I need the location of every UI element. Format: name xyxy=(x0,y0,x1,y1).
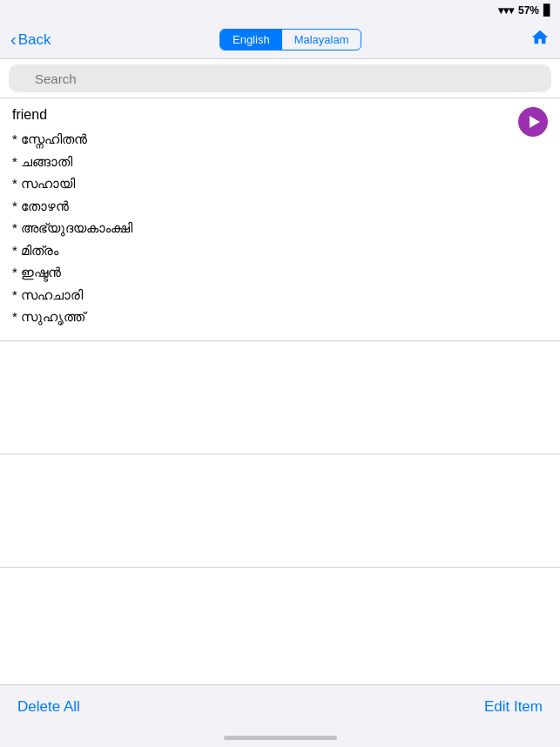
search-bar-container: 🔍 xyxy=(0,59,560,98)
entry-section: friend * സ്നേഹിതൻ* ചങ്ങാതി* സഹായി* തോഴൻ*… xyxy=(0,98,560,341)
home-indicator-bar xyxy=(224,736,337,740)
nav-bar: ‹ Back English Malayalam xyxy=(0,21,560,59)
language-segment-control: English Malayalam xyxy=(219,29,362,50)
empty-section-2 xyxy=(0,454,560,568)
list-item: * അഭ്യുദയകാംക്ഷി xyxy=(12,217,548,239)
status-bar: ▾▾▾ 57% ▊ xyxy=(0,0,560,21)
list-item: * ചങ്ങാതി xyxy=(12,151,548,173)
delete-all-button[interactable]: Delete All xyxy=(17,698,80,716)
search-wrapper: 🔍 xyxy=(9,64,551,92)
english-segment-button[interactable]: English xyxy=(220,30,282,50)
list-item: * തോഴൻ xyxy=(12,195,548,218)
search-input[interactable] xyxy=(9,64,551,92)
chevron-left-icon: ‹ xyxy=(10,30,17,50)
bottom-toolbar: Delete All Edit Item xyxy=(0,684,560,728)
back-button[interactable]: ‹ Back xyxy=(10,30,51,50)
list-item: * മിത്രം xyxy=(12,239,548,262)
list-item: * സഹചാരി xyxy=(12,284,548,306)
malayalam-segment-button[interactable]: Malayalam xyxy=(282,30,361,50)
list-item: * സ്നേഹിതൻ xyxy=(12,128,548,151)
main-content: friend * സ്നേഹിതൻ* ചങ്ങാതി* സഹായി* തോഴൻ*… xyxy=(0,98,560,684)
battery-icon: ▊ xyxy=(543,4,551,17)
entry-word: friend xyxy=(12,107,548,123)
spacer xyxy=(0,568,560,685)
list-item: * ഇഷ്ടൻ xyxy=(12,261,548,284)
translations-list: * സ്നേഹിതൻ* ചങ്ങാതി* സഹായി* തോഴൻ* അഭ്യുദ… xyxy=(12,128,548,328)
list-item: * സഹായി xyxy=(12,172,548,195)
home-indicator xyxy=(0,728,560,747)
edit-item-button[interactable]: Edit Item xyxy=(484,698,543,716)
wifi-icon: ▾▾▾ xyxy=(498,4,514,17)
empty-section-1 xyxy=(0,341,560,454)
battery-percent: 57% xyxy=(518,4,539,17)
play-icon xyxy=(530,116,540,128)
back-label: Back xyxy=(18,31,51,49)
home-button[interactable] xyxy=(530,28,550,52)
play-button[interactable] xyxy=(518,107,548,137)
list-item: * സുഹൃത്ത് xyxy=(12,306,548,328)
